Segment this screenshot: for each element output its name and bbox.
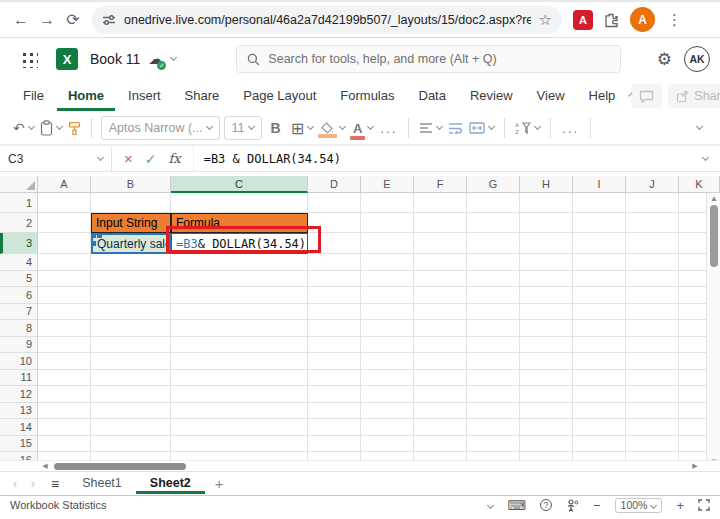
bookmark-star-icon[interactable]: ☆ bbox=[539, 11, 552, 29]
column-header-c[interactable]: C bbox=[171, 176, 308, 193]
accessibility-icon[interactable] bbox=[566, 499, 579, 512]
sheet-tab-sheet2[interactable]: Sheet2 bbox=[136, 473, 205, 494]
paste-chevron-icon[interactable] bbox=[56, 123, 63, 130]
zoom-out-icon[interactable]: − bbox=[593, 498, 601, 513]
app-launcher-icon[interactable] bbox=[20, 50, 38, 68]
sort-filter-button[interactable]: AZ bbox=[515, 121, 540, 135]
document-title[interactable]: Book 11 bbox=[90, 51, 140, 67]
confirm-entry-icon[interactable]: ✓ bbox=[145, 151, 157, 167]
pdf-extension-icon[interactable]: A bbox=[573, 10, 593, 30]
sheet-prev-icon[interactable]: ‹ bbox=[6, 477, 24, 491]
share-button[interactable]: Share bbox=[668, 84, 720, 108]
row-header-3[interactable]: 3 bbox=[0, 233, 38, 254]
font-color-chevron-icon[interactable] bbox=[367, 123, 374, 130]
column-header-d[interactable]: D bbox=[308, 176, 361, 193]
row-header-13[interactable]: 13 bbox=[0, 403, 38, 420]
merge-button[interactable] bbox=[469, 122, 494, 134]
column-header-j[interactable]: J bbox=[626, 176, 679, 193]
font-size-chevron-icon[interactable] bbox=[247, 123, 254, 130]
zoom-in-icon[interactable]: + bbox=[676, 498, 684, 513]
sheet-next-icon[interactable]: › bbox=[24, 477, 42, 491]
row-header-5[interactable]: 5 bbox=[0, 271, 38, 288]
fill-color-button[interactable] bbox=[319, 122, 345, 134]
browser-menu-icon[interactable]: ⋮ bbox=[661, 11, 688, 29]
cell-b3[interactable]: Quarterly sales bbox=[91, 233, 171, 254]
wrap-text-button[interactable] bbox=[448, 122, 463, 134]
row-header-14[interactable]: 14 bbox=[0, 419, 38, 436]
column-header-f[interactable]: F bbox=[414, 176, 467, 193]
align-button[interactable] bbox=[419, 122, 442, 134]
save-status-icon[interactable]: ☁ ✓ bbox=[148, 50, 163, 68]
all-sheets-menu-icon[interactable]: ≡ bbox=[42, 476, 68, 492]
menu-item-home[interactable]: Home bbox=[57, 81, 115, 111]
row-header-15[interactable]: 15 bbox=[0, 436, 38, 453]
ribbon-overflow-button[interactable]: ... bbox=[562, 121, 579, 136]
horizontal-scrollbar[interactable]: ◀ ▶ bbox=[0, 460, 720, 471]
menu-item-help[interactable]: Help bbox=[578, 81, 627, 111]
scroll-right-icon[interactable]: ▶ bbox=[688, 462, 702, 470]
column-header-a[interactable]: A bbox=[38, 176, 91, 193]
title-chevron-icon[interactable] bbox=[170, 54, 177, 61]
formula-bar-expand-chevron-icon[interactable] bbox=[702, 153, 709, 160]
keyboard-icon[interactable]: ⌨ bbox=[507, 498, 526, 513]
font-size-select[interactable]: 11 bbox=[224, 116, 262, 140]
row-header-4[interactable]: 4 bbox=[0, 254, 38, 271]
scroll-up-icon[interactable]: ▲ bbox=[707, 194, 720, 203]
extensions-icon[interactable] bbox=[603, 12, 619, 28]
menu-item-view[interactable]: View bbox=[526, 81, 576, 111]
row-header-7[interactable]: 7 bbox=[0, 304, 38, 321]
horizontal-scroll-thumb[interactable] bbox=[54, 463, 186, 470]
menu-item-insert[interactable]: Insert bbox=[117, 81, 172, 111]
undo-button[interactable]: ↶ bbox=[13, 120, 34, 136]
column-header-e[interactable]: E bbox=[361, 176, 414, 193]
name-box[interactable]: C3 bbox=[0, 146, 112, 171]
column-header-k[interactable]: K bbox=[679, 176, 720, 193]
help-icon[interactable]: ? bbox=[540, 499, 552, 511]
zoom-level-select[interactable]: 100% bbox=[615, 498, 663, 513]
undo-chevron-icon[interactable] bbox=[28, 123, 35, 130]
align-chevron-icon[interactable] bbox=[436, 123, 443, 130]
column-header-g[interactable]: G bbox=[467, 176, 520, 193]
row-header-10[interactable]: 10 bbox=[0, 353, 38, 370]
font-name-select[interactable]: Aptos Narrow (... bbox=[101, 116, 220, 140]
formula-input[interactable]: =B3 & DOLLAR(34.54) bbox=[194, 146, 699, 171]
fill-color-chevron-icon[interactable] bbox=[339, 123, 346, 130]
insert-function-icon[interactable]: fx bbox=[169, 151, 181, 166]
spreadsheet-grid[interactable]: ABCDEFGHIJK 1234567891011121314151617 In… bbox=[0, 176, 720, 471]
scroll-left-icon[interactable]: ◀ bbox=[38, 462, 52, 470]
select-all-corner[interactable] bbox=[0, 176, 38, 193]
url-text[interactable]: onedrive.live.com/personal/46a2a7d42199b… bbox=[124, 13, 531, 27]
excel-logo-icon[interactable]: X bbox=[56, 48, 78, 70]
row-header-11[interactable]: 11 bbox=[0, 370, 38, 387]
cell-b2[interactable]: Input String bbox=[91, 213, 171, 233]
name-box-chevron-icon[interactable] bbox=[97, 153, 104, 160]
row-header-1[interactable]: 1 bbox=[0, 193, 38, 213]
font-name-chevron-icon[interactable] bbox=[205, 123, 212, 130]
menu-item-formulas[interactable]: Formulas bbox=[329, 81, 405, 111]
sort-filter-chevron-icon[interactable] bbox=[534, 123, 541, 130]
status-chevron-icon[interactable] bbox=[487, 501, 494, 508]
row-header-12[interactable]: 12 bbox=[0, 386, 38, 403]
cancel-entry-icon[interactable]: × bbox=[124, 150, 133, 167]
bold-button[interactable]: B bbox=[271, 120, 281, 136]
account-avatar[interactable]: AK bbox=[684, 46, 710, 72]
column-header-i[interactable]: I bbox=[573, 176, 626, 193]
menu-item-page-layout[interactable]: Page Layout bbox=[232, 81, 327, 111]
browser-profile-avatar[interactable]: A bbox=[630, 7, 655, 32]
row-header-2[interactable]: 2 bbox=[0, 213, 38, 233]
column-header-b[interactable]: B bbox=[91, 176, 171, 193]
browser-reload-icon[interactable]: ⟳ bbox=[60, 7, 86, 33]
borders-button[interactable]: ⊞ bbox=[291, 119, 313, 138]
fullscreen-icon[interactable] bbox=[698, 499, 710, 511]
format-painter-button[interactable] bbox=[68, 121, 81, 136]
search-bar[interactable]: Search for tools, help, and more (Alt + … bbox=[236, 45, 621, 73]
settings-gear-icon[interactable]: ⚙ bbox=[657, 49, 672, 70]
menu-item-data[interactable]: Data bbox=[408, 81, 457, 111]
comments-button[interactable] bbox=[631, 84, 662, 108]
site-settings-icon[interactable] bbox=[102, 13, 116, 27]
sheet-tab-sheet1[interactable]: Sheet1 bbox=[68, 473, 136, 494]
vertical-scrollbar[interactable]: ▲ ▼ bbox=[706, 193, 720, 467]
browser-forward-icon[interactable]: → bbox=[34, 7, 60, 33]
paste-button[interactable] bbox=[40, 120, 62, 136]
merge-chevron-icon[interactable] bbox=[488, 123, 495, 130]
